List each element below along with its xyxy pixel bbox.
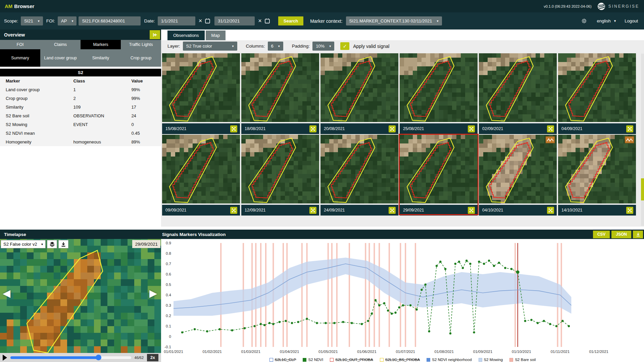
legend-item-s2-bare-soil[interactable]: S2 Bare soil: [509, 358, 536, 362]
observation-tile[interactable]: 18/08/2021: [241, 53, 319, 133]
expand-tile-icon[interactable]: [468, 207, 475, 214]
legend-item-s2-ndvi-neighborhood[interactable]: S2 NDVI neighborhood: [427, 358, 472, 362]
observation-tile[interactable]: 25/08/2021: [400, 53, 478, 133]
collapse-panel-button[interactable]: [150, 30, 160, 39]
expand-tile-icon[interactable]: [309, 125, 316, 132]
marker-subtab-summary[interactable]: Summary: [0, 49, 40, 67]
tile-footer: 12/09/2021: [241, 205, 319, 216]
columns-select[interactable]: 6▾: [268, 42, 283, 51]
table-row: Similarity10917: [0, 103, 161, 111]
expand-tile-icon[interactable]: [626, 125, 633, 132]
table-row: S2 Bare soilOBSERVATION24: [0, 111, 161, 120]
table-row: S2 MowingEVENT0: [0, 120, 161, 129]
observation-tile[interactable]: 14/10/2021: [558, 135, 636, 214]
observation-tile[interactable]: 02/09/2021: [479, 53, 557, 133]
marker-subtab-similarity[interactable]: Similarity: [81, 49, 121, 67]
tile-date: 09/09/2021: [165, 208, 187, 213]
svg-text:01/03/2021: 01/03/2021: [241, 350, 261, 354]
legend-item-s2l1c-bs-proba[interactable]: S2L1C_BS_PROBA: [380, 358, 420, 362]
speed-button[interactable]: 2x: [147, 354, 158, 361]
legend-item-s2l1c-out-proba[interactable]: S2L1C_OUT_PROBA: [330, 358, 373, 362]
expand-tile-icon[interactable]: [230, 207, 237, 214]
expand-tile-icon[interactable]: [626, 207, 633, 214]
observation-tile[interactable]: 04/10/2021: [479, 135, 557, 214]
svg-text:01/11/2021: 01/11/2021: [551, 350, 570, 354]
observation-tile[interactable]: 15/08/2021: [162, 53, 240, 133]
csv-export-button[interactable]: CSV: [593, 231, 610, 238]
layers-icon[interactable]: [47, 240, 57, 248]
sinergise-wordmark: SINERGISE: [608, 4, 639, 9]
chevron-down-icon: ▾: [71, 19, 73, 23]
padding-label: Padding:: [292, 44, 310, 49]
marker-subtab-crop-group[interactable]: Crop group: [121, 49, 161, 67]
overview-tab-traffic-lights[interactable]: Traffic Lights: [121, 40, 161, 49]
apply-valid-signal-checkbox[interactable]: ✓: [340, 42, 349, 50]
expand-tile-icon[interactable]: [468, 125, 475, 132]
column-header: Value: [126, 76, 161, 85]
previous-frame-button[interactable]: ◀: [3, 287, 10, 299]
tile-date: 20/08/2021: [324, 126, 345, 131]
vertical-scrollbar[interactable]: [641, 54, 644, 226]
expand-tile-icon[interactable]: [309, 207, 316, 214]
clear-date-from-icon[interactable]: ×: [199, 16, 202, 25]
expand-tile-icon[interactable]: [389, 207, 396, 214]
padding-select[interactable]: 10%▾: [312, 42, 334, 51]
observation-tile[interactable]: 12/09/2021: [241, 135, 319, 214]
scope-select[interactable]: SI21▾: [21, 16, 43, 25]
overview-tab-foi[interactable]: FOI: [0, 40, 40, 49]
foi-id-input[interactable]: SI21.FOI.6834248001: [79, 16, 141, 25]
observation-tile[interactable]: 09/09/2021: [162, 135, 240, 214]
play-button[interactable]: [3, 355, 7, 361]
chevron-down-icon: ▾: [614, 19, 616, 23]
tile-date: 25/08/2021: [403, 126, 424, 131]
expand-tile-icon[interactable]: [230, 125, 237, 132]
search-button[interactable]: Search: [278, 16, 303, 25]
svg-text:0.5: 0.5: [166, 283, 171, 287]
signals-chart-plot: 0.90.80.70.60.50.40.30.20.10-0.101/01/20…: [161, 239, 643, 355]
slider-thumb[interactable]: [96, 355, 101, 360]
observation-tile[interactable]: 24/09/2021: [320, 135, 398, 214]
observation-tile[interactable]: 04/09/2021: [558, 53, 636, 133]
scrollbar-thumb[interactable]: [641, 178, 644, 200]
expand-tile-icon[interactable]: [547, 125, 554, 132]
legend-item-s2l1c-clp[interactable]: S2L1C_CLP: [269, 358, 296, 362]
timelapse-layer-select[interactable]: S2 False color v2▾: [1, 240, 46, 248]
observations-tabs: ObservationsMap: [161, 29, 644, 40]
gear-icon[interactable]: [581, 18, 587, 24]
layer-select[interactable]: S2 True color▾: [183, 42, 237, 51]
overview-tab-markers[interactable]: Markers: [81, 40, 121, 49]
observation-tile[interactable]: 29/09/2021: [400, 135, 478, 214]
foi-label: FOI:: [46, 18, 55, 23]
expand-tile-icon[interactable]: [389, 125, 396, 132]
download-timelapse-icon[interactable]: [58, 240, 68, 248]
marker-context-select[interactable]: SI21.MARKER_CONTEXT.130 02/11/2021▾: [346, 16, 442, 25]
overview-title: Overview: [4, 32, 25, 38]
tab-observations[interactable]: Observations: [167, 31, 205, 40]
tab-map[interactable]: Map: [206, 31, 226, 40]
timelapse-title: Timelapse: [0, 232, 162, 237]
legend-item-s2-ndvi[interactable]: S2 NDVI: [303, 358, 323, 362]
calendar-icon[interactable]: [264, 18, 270, 24]
brand-am: AM: [5, 3, 12, 9]
expand-tile-icon[interactable]: [547, 207, 554, 214]
overview-tab-claims[interactable]: Claims: [40, 40, 81, 49]
next-frame-button[interactable]: ▶: [149, 287, 157, 299]
marker-subtab-land-cover-group[interactable]: Land cover group: [40, 49, 81, 67]
legend-label: S2L1C_OUT_PROBA: [335, 358, 373, 362]
date-to-input[interactable]: 31/12/2021: [214, 16, 255, 25]
date-from-input[interactable]: 1/1/2021: [158, 16, 195, 25]
observation-tile[interactable]: 20/08/2021: [320, 53, 398, 133]
language-select[interactable]: english: [597, 18, 611, 23]
json-export-button[interactable]: JSON: [611, 231, 631, 238]
overview-panel: Overview FOIClaimsMarkersTraffic Lights …: [0, 29, 161, 227]
svg-text:01/01/2021: 01/01/2021: [164, 350, 183, 354]
logout-button[interactable]: Logout: [625, 18, 638, 23]
timelapse-slider[interactable]: [10, 356, 131, 359]
legend-item-s2-mowing[interactable]: S2 Mowing: [479, 358, 503, 362]
svg-text:01/09/2021: 01/09/2021: [473, 350, 493, 354]
download-chart-icon[interactable]: [633, 231, 643, 238]
svg-text:01/04/2021: 01/04/2021: [280, 350, 299, 354]
calendar-icon[interactable]: [205, 18, 210, 24]
clear-date-to-icon[interactable]: ×: [258, 16, 262, 25]
foi-type-select[interactable]: AP▾: [58, 16, 77, 25]
